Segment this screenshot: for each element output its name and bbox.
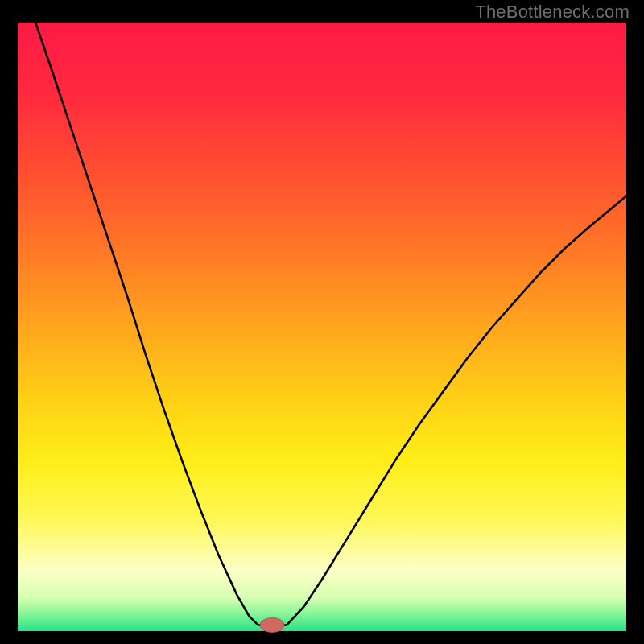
chart-frame: { "watermark": "TheBottleneck.com", "col… (0, 0, 644, 644)
watermark-text: TheBottleneck.com (475, 2, 630, 23)
bottleneck-chart (0, 0, 644, 644)
gradient-background (18, 23, 626, 631)
optimal-point-marker (260, 617, 284, 632)
